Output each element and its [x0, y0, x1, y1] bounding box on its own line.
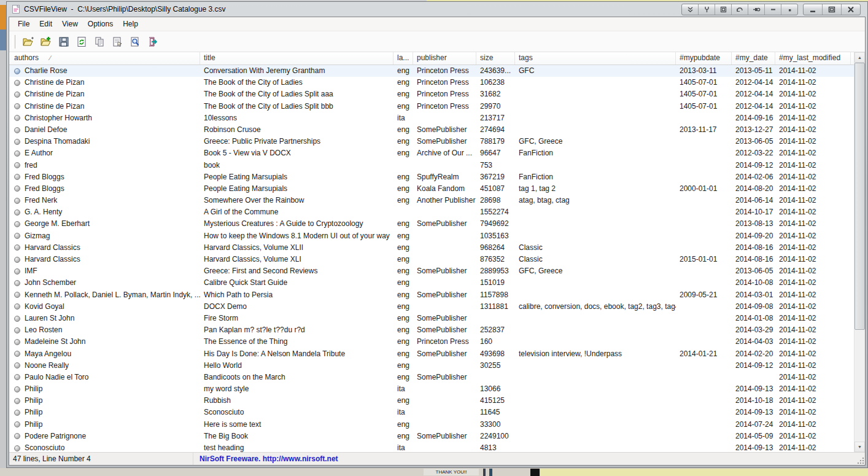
- table-row[interactable]: Maya AngelouHis Day Is Done: A Nelson Ma…: [9, 348, 854, 360]
- table-row[interactable]: fredbook7532014-09-122014-11-02: [9, 160, 854, 171]
- table-row[interactable]: E AuthorBook 5 - View via V DOCXengArchi…: [9, 147, 854, 159]
- table-row[interactable]: Christopher Howarth10lessonsita213717201…: [9, 112, 854, 124]
- record-icon: [14, 115, 20, 121]
- table-row[interactable]: Christine de PizanThe Book of the City o…: [9, 77, 854, 88]
- table-row[interactable]: Noone ReallyHello Worldeng302552014-09-1…: [9, 360, 854, 372]
- cell-text: 96647: [480, 149, 500, 157]
- table-row[interactable]: IMFGreece: First and Second ReviewsengSo…: [9, 265, 854, 277]
- cell-title: Mysterious Creatures : A Guide to Crypto…: [200, 218, 393, 230]
- properties-button[interactable]: [109, 34, 125, 49]
- cell-text: eng: [397, 396, 409, 405]
- scroll-up-button[interactable]: ▲: [854, 52, 865, 63]
- menu-view[interactable]: View: [57, 17, 83, 31]
- cell-text: book: [204, 161, 220, 170]
- copy-button[interactable]: [91, 34, 107, 49]
- cell-publisher: Princeton Press: [413, 101, 476, 112]
- table-row[interactable]: PhilipSconosciutoita116452014-09-132014-…: [9, 407, 854, 418]
- maximize-button[interactable]: [823, 4, 842, 15]
- open-file-button[interactable]: [20, 34, 36, 49]
- cell-text: 10lessons: [204, 114, 237, 122]
- roll-down-icon[interactable]: [682, 4, 699, 15]
- table-row[interactable]: Podere PatrignoneThe Big BookengSomePubl…: [9, 431, 854, 442]
- table-body: Charlie RoseConversation With Jeremy Gra…: [9, 65, 854, 452]
- find-button[interactable]: [127, 34, 142, 49]
- cell-authors: IMF: [9, 265, 200, 277]
- scroll-down-button[interactable]: ▼: [854, 442, 865, 452]
- to-tray-icon[interactable]: [781, 4, 797, 15]
- vertical-scrollbar[interactable]: ▲ ▼: [854, 52, 865, 452]
- menu-edit[interactable]: Edit: [34, 17, 57, 31]
- column-header-publisher[interactable]: publisher: [413, 52, 476, 64]
- refresh-button[interactable]: [74, 34, 89, 49]
- column-header-mypubdate[interactable]: #mypubdate: [676, 52, 732, 64]
- cell-text: Kenneth M. Pollack, Daniel L. Byman, Mar…: [25, 289, 200, 301]
- table-row[interactable]: Kovid GoyalDOCX Demoeng1311881calibre, c…: [9, 301, 854, 313]
- add-open-file-button[interactable]: [38, 34, 53, 49]
- nirsoft-link[interactable]: NirSoft Freeware. http://www.nirsoft.net: [193, 455, 338, 463]
- column-header-language[interactable]: la...: [393, 52, 413, 64]
- resize-grip[interactable]: [856, 456, 864, 464]
- wrench-icon[interactable]: [699, 4, 715, 15]
- table-row[interactable]: GizmagHow to keep the Windows 8.1 Modern…: [9, 230, 854, 242]
- cell-text: 7949692: [480, 219, 509, 228]
- menu-file[interactable]: File: [13, 17, 34, 31]
- cell-my_last_modified: 2014-11-02: [775, 124, 851, 136]
- table-row[interactable]: Christine de PizanThe Book of the City o…: [9, 101, 854, 112]
- table-row[interactable]: PhilipHere is some texteng333002014-07-2…: [9, 419, 854, 431]
- titlebar[interactable]: CSVFileView - C:\Users\Philip\Desktop\Si…: [9, 2, 866, 17]
- minimize-button[interactable]: [804, 4, 823, 15]
- cell-size: 151019: [476, 277, 515, 289]
- table-row[interactable]: Madeleine St JohnThe Essence of the Thin…: [9, 336, 854, 348]
- table-row[interactable]: PhilipRubbisheng4151252014-10-182014-11-…: [9, 395, 854, 407]
- table-row[interactable]: Kenneth M. Pollack, Daniel L. Byman, Mar…: [9, 289, 854, 301]
- cell-publisher: [413, 383, 476, 395]
- column-header-my_last_modified[interactable]: #my_last_modified: [775, 52, 851, 64]
- cell-title: Greece: First and Second Reviews: [200, 265, 393, 277]
- table-row[interactable]: Charlie RoseConversation With Jeremy Gra…: [9, 65, 854, 77]
- exit-button[interactable]: [145, 34, 160, 49]
- scrollbar-thumb[interactable]: [854, 63, 865, 330]
- column-header-size[interactable]: size: [476, 52, 515, 64]
- cell-my_last_modified: 2014-11-02: [775, 324, 851, 336]
- cell-text: 2014-11-02: [779, 267, 816, 275]
- window-box-icon[interactable]: [715, 4, 732, 15]
- pin-icon[interactable]: [748, 4, 765, 15]
- record-icon: [14, 257, 20, 263]
- table-row[interactable]: Paulo Nadie el ToroBandicoots on the Mar…: [9, 372, 854, 383]
- cell-my_last_modified: 2014-11-02: [775, 160, 851, 171]
- cell-text: 493698: [480, 349, 505, 358]
- menu-options[interactable]: Options: [83, 17, 118, 31]
- menu-help[interactable]: Help: [118, 17, 143, 31]
- table-row[interactable]: Fred NerkSomewhere Over the RainbowengAn…: [9, 195, 854, 206]
- table-row[interactable]: Daniel DefoeRobinson CrusoeengSomePublis…: [9, 124, 854, 136]
- cell-mypubdate: [676, 324, 732, 336]
- table-row[interactable]: Philipmy word styleita130662014-09-13201…: [9, 383, 854, 395]
- cell-title: Fire Storm: [200, 313, 393, 324]
- table-row[interactable]: Harvard ClassicsHarvard Classics, Volume…: [9, 254, 854, 265]
- column-header-my_date[interactable]: #my_date: [732, 52, 775, 64]
- table-row[interactable]: Despina ThomadakiGreece: Public Private …: [9, 136, 854, 147]
- close-button[interactable]: [842, 4, 860, 15]
- cell-text: GFC, Greece: [519, 137, 562, 146]
- table-row[interactable]: Leo RostenPan Kaplan m? st?le t??du r?de…: [9, 324, 854, 336]
- cell-title: Pan Kaplan m? st?le t??du r?d: [200, 324, 393, 336]
- table-row[interactable]: Fred BloggsPeople Eating MarsupialsengSp…: [9, 171, 854, 183]
- table-row[interactable]: Fred BloggsPeople Eating MarsupialsengKo…: [9, 183, 854, 195]
- cell-text: DOCX Demo: [204, 302, 247, 311]
- cell-text: 33300: [480, 420, 500, 429]
- column-header-title[interactable]: title: [200, 52, 393, 64]
- table-row[interactable]: Harvard ClassicsHarvard Classics, Volume…: [9, 242, 854, 254]
- column-header-tags[interactable]: tags: [515, 52, 676, 64]
- table-row[interactable]: Lauren St JohnFire StormengSomePublisher…: [9, 313, 854, 324]
- table-row[interactable]: Sconosciutotest headingita48132014-09-13…: [9, 442, 854, 452]
- table-row[interactable]: George M. EberhartMysterious Creatures :…: [9, 218, 854, 230]
- table-row[interactable]: Christine de PizanThe Book of the City o…: [9, 88, 854, 100]
- table-row[interactable]: John SchemberCalibre Quick Start Guideen…: [9, 277, 854, 289]
- column-header-authors[interactable]: authors∕: [9, 52, 200, 64]
- minimize-alt-icon[interactable]: [765, 4, 781, 15]
- cell-authors: Maya Angelou: [9, 348, 200, 360]
- undo-arrow-icon[interactable]: [732, 4, 748, 15]
- save-button[interactable]: [56, 34, 71, 49]
- toolbar-gripper[interactable]: [12, 35, 15, 49]
- table-row[interactable]: G. A. HentyA Girl of the Commune15522742…: [9, 206, 854, 218]
